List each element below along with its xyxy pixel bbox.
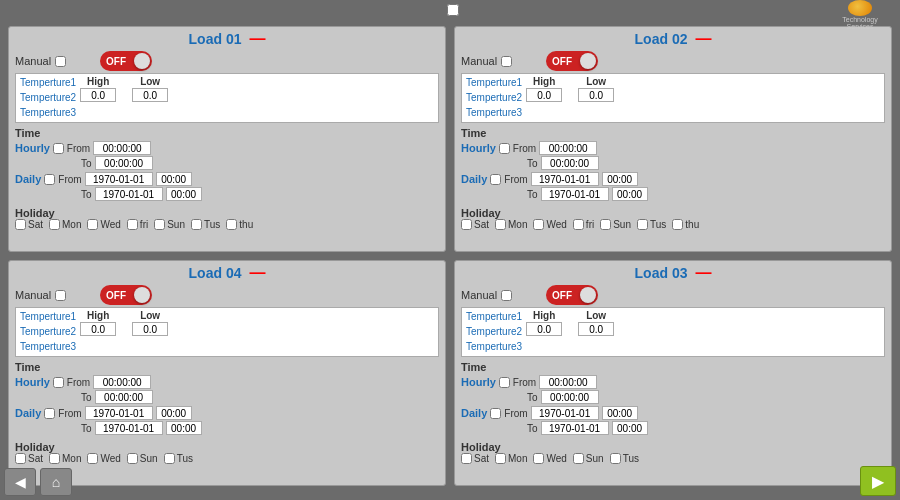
day-label-load04-Sun: Sun	[140, 453, 158, 464]
home-button[interactable]: ⌂	[40, 468, 72, 496]
temp-section-load03: Temperture1Temperture2Temperture3HighLow	[461, 307, 885, 357]
daily-checkbox-load04[interactable]	[44, 408, 55, 419]
daily-to-time-load03[interactable]	[612, 421, 648, 435]
day-checkbox-load01-Sun[interactable]	[154, 219, 165, 230]
from-label-daily-load03: From	[504, 408, 527, 419]
day-checkbox-load01-fri[interactable]	[127, 219, 138, 230]
day-item-load02-Mon: Mon	[495, 219, 527, 230]
hourly-to-row-load04: To	[15, 390, 439, 404]
daily-to-date-load04[interactable]	[95, 421, 163, 435]
toggle-switch-load03[interactable]: OFF	[546, 285, 598, 305]
daily-from-time-load02[interactable]	[602, 172, 638, 186]
daily-from-time-load03[interactable]	[602, 406, 638, 420]
to-label-daily-load03: To	[527, 423, 538, 434]
temp-cols-load03: HighLow	[526, 310, 614, 336]
temp-input-high-load03[interactable]	[526, 322, 562, 336]
day-checkbox-load04-Mon[interactable]	[49, 453, 60, 464]
toggle-switch-load01[interactable]: OFF	[100, 51, 152, 71]
hourly-checkbox-load04[interactable]	[53, 377, 64, 388]
daily-from-time-load01[interactable]	[156, 172, 192, 186]
time-section-load01: TimeHourlyFromToDailyFromTo	[15, 127, 439, 203]
day-checkbox-load04-Wed[interactable]	[87, 453, 98, 464]
day-item-load01-Tus: Tus	[191, 219, 220, 230]
day-checkbox-load01-thu[interactable]	[226, 219, 237, 230]
hourly-to-input-load01[interactable]	[95, 156, 153, 170]
daily-from-date-load01[interactable]	[85, 172, 153, 186]
day-checkbox-load03-Sun[interactable]	[573, 453, 584, 464]
day-checkbox-load01-Wed[interactable]	[87, 219, 98, 230]
day-label-load01-Mon: Mon	[62, 219, 81, 230]
next-button[interactable]: ▶	[860, 466, 896, 496]
day-checkbox-load01-Sat[interactable]	[15, 219, 26, 230]
hourly-from-input-load03[interactable]	[539, 375, 597, 389]
daily-to-time-load04[interactable]	[166, 421, 202, 435]
daily-checkbox-load01[interactable]	[44, 174, 55, 185]
hourly-from-input-load02[interactable]	[539, 141, 597, 155]
day-checkbox-load02-fri[interactable]	[573, 219, 584, 230]
manual-checkbox-load04[interactable]	[55, 290, 66, 301]
daily-checkbox-load03[interactable]	[490, 408, 501, 419]
day-checkbox-load03-Mon[interactable]	[495, 453, 506, 464]
holiday-label-load03: Holiday	[461, 441, 501, 453]
manual-checkbox-load03[interactable]	[501, 290, 512, 301]
temp-input-low-load03[interactable]	[578, 322, 614, 336]
daily-to-date-load01[interactable]	[95, 187, 163, 201]
back-button[interactable]: ◀	[4, 468, 36, 496]
temp-input-low-load02[interactable]	[578, 88, 614, 102]
daily-to-time-load02[interactable]	[612, 187, 648, 201]
hourly-from-input-load04[interactable]	[93, 375, 151, 389]
daily-from-date-load03[interactable]	[531, 406, 599, 420]
daily-from-date-load02[interactable]	[531, 172, 599, 186]
day-checkbox-load04-Tus[interactable]	[164, 453, 175, 464]
hourly-to-input-load04[interactable]	[95, 390, 153, 404]
hourly-checkbox-load01[interactable]	[53, 143, 64, 154]
temp-input-low-load01[interactable]	[132, 88, 168, 102]
hourly-to-input-load03[interactable]	[541, 390, 599, 404]
daily-from-time-load04[interactable]	[156, 406, 192, 420]
day-checkbox-load02-Mon[interactable]	[495, 219, 506, 230]
day-checkbox-load02-thu[interactable]	[672, 219, 683, 230]
manual-checkbox-load01[interactable]	[55, 56, 66, 67]
day-checkbox-load02-Wed[interactable]	[533, 219, 544, 230]
hourly-to-input-load02[interactable]	[541, 156, 599, 170]
day-checkbox-load02-Tus[interactable]	[637, 219, 648, 230]
hourly-from-input-load01[interactable]	[93, 141, 151, 155]
logo-text: Technology Services	[830, 16, 890, 30]
day-checkbox-load03-Sat[interactable]	[461, 453, 472, 464]
day-checkbox-load04-Sat[interactable]	[15, 453, 26, 464]
temp-input-high-load02[interactable]	[526, 88, 562, 102]
toggle-switch-load02[interactable]: OFF	[546, 51, 598, 71]
day-label-load03-Tus: Tus	[623, 453, 639, 464]
hourly-checkbox-load02[interactable]	[499, 143, 510, 154]
day-checkbox-load01-Tus[interactable]	[191, 219, 202, 230]
daily-to-date-load02[interactable]	[541, 187, 609, 201]
to-label-daily-load01: To	[81, 189, 92, 200]
hourly-label-load04: Hourly	[15, 376, 50, 388]
daily-to-date-load03[interactable]	[541, 421, 609, 435]
day-checkbox-load02-Sun[interactable]	[600, 219, 611, 230]
hourly-row-load02: HourlyFrom	[461, 141, 885, 155]
day-checkbox-load03-Wed[interactable]	[533, 453, 544, 464]
temp-section-load01: Temperture1Temperture2Temperture3HighLow	[15, 73, 439, 123]
from-label-daily-load04: From	[58, 408, 81, 419]
daily-to-row-load03: To	[461, 421, 885, 435]
day-checkbox-load02-Sat[interactable]	[461, 219, 472, 230]
hourly-checkbox-load03[interactable]	[499, 377, 510, 388]
manual-checkbox-load02[interactable]	[501, 56, 512, 67]
day-item-load02-fri: fri	[573, 219, 594, 230]
daily-checkbox-load02[interactable]	[490, 174, 501, 185]
day-checkbox-load04-Sun[interactable]	[127, 453, 138, 464]
daily-to-time-load01[interactable]	[166, 187, 202, 201]
day-checkbox-load01-Mon[interactable]	[49, 219, 60, 230]
summer-time-checkbox[interactable]	[447, 4, 459, 16]
toggle-switch-load04[interactable]: OFF	[100, 285, 152, 305]
day-checkbox-load03-Tus[interactable]	[610, 453, 621, 464]
day-label-load02-fri: fri	[586, 219, 594, 230]
temp-input-low-load04[interactable]	[132, 322, 168, 336]
to-label-hourly-load04: To	[81, 392, 92, 403]
temp-input-high-load04[interactable]	[80, 322, 116, 336]
day-item-load04-Tus: Tus	[164, 453, 193, 464]
daily-from-date-load04[interactable]	[85, 406, 153, 420]
temp-input-high-load01[interactable]	[80, 88, 116, 102]
toggle-label-load02: OFF	[552, 56, 572, 67]
